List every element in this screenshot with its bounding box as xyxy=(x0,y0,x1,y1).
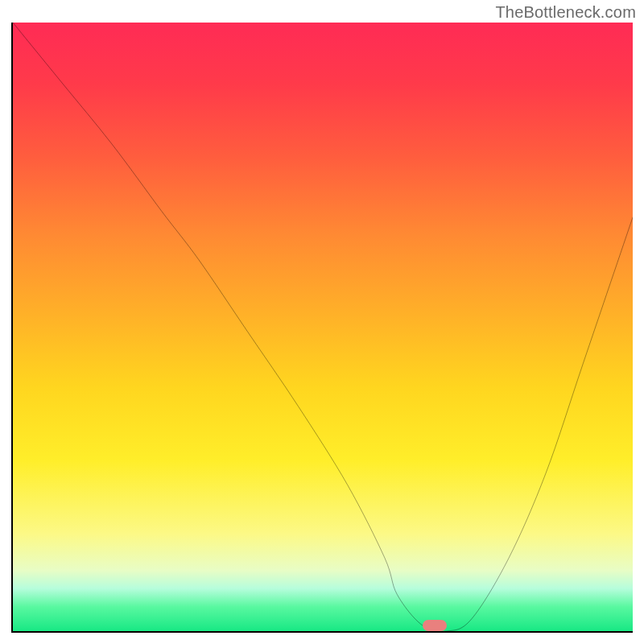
optimal-marker xyxy=(423,620,447,631)
plot-inner xyxy=(13,23,633,631)
watermark: TheBottleneck.com xyxy=(495,3,636,22)
bottleneck-curve xyxy=(13,23,633,631)
chart-area xyxy=(11,23,633,633)
curve-svg xyxy=(13,23,633,631)
